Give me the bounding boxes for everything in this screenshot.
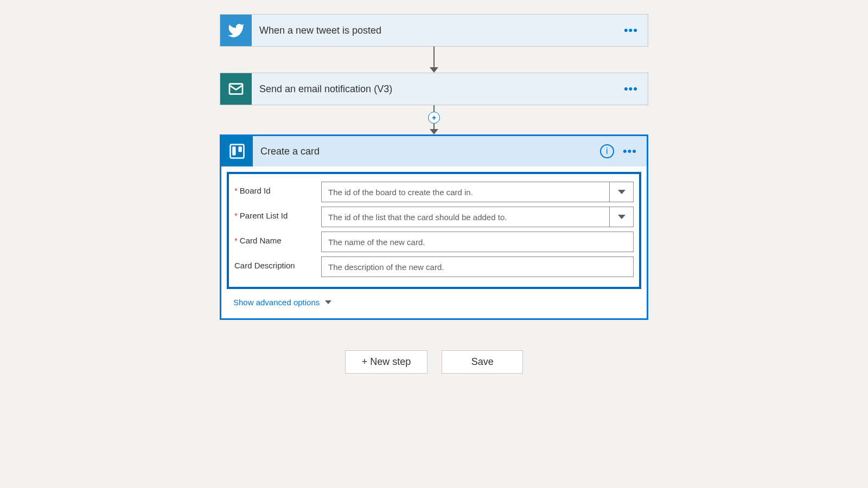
step-action2-title: Create a card — [253, 146, 600, 157]
svg-rect-3 — [239, 146, 242, 152]
field-board-id: *Board Id — [234, 182, 634, 202]
board-id-input-wrap[interactable] — [321, 182, 634, 202]
card-desc-input[interactable] — [322, 257, 633, 277]
step-trigger-card[interactable]: When a new tweet is posted ••• — [220, 14, 648, 47]
mail-icon — [220, 73, 252, 105]
field-label: *Parent List Id — [234, 207, 321, 227]
step-action2-header[interactable]: Create a card i ••• — [221, 136, 647, 166]
chevron-down-icon[interactable] — [609, 182, 633, 202]
info-icon[interactable]: i — [600, 144, 614, 158]
show-advanced-link[interactable]: Show advanced options — [233, 298, 331, 307]
step-action1-title: Send an email notification (V3) — [252, 84, 624, 95]
parent-list-input[interactable] — [322, 207, 609, 227]
chevron-down-icon[interactable] — [609, 207, 633, 227]
field-parent-list: *Parent List Id — [234, 207, 634, 227]
card-desc-input-wrap[interactable] — [321, 256, 634, 277]
chevron-down-icon — [325, 300, 331, 304]
more-icon[interactable]: ••• — [624, 83, 638, 95]
more-icon[interactable]: ••• — [623, 145, 637, 157]
arrow-connector-plus: + — [430, 105, 438, 134]
step-trigger-title: When a new tweet is posted — [252, 25, 624, 36]
field-label: Card Description — [234, 256, 321, 277]
step-action1-card[interactable]: Send an email notification (V3) ••• — [220, 73, 648, 105]
field-card-name: *Card Name — [234, 232, 634, 252]
more-icon[interactable]: ••• — [624, 24, 638, 36]
new-step-button[interactable]: + New step — [345, 350, 428, 374]
parent-list-input-wrap[interactable] — [321, 207, 634, 227]
fields-highlight: *Board Id *Parent List Id *Card Name — [227, 172, 641, 289]
save-button[interactable]: Save — [442, 350, 523, 374]
card-name-input[interactable] — [322, 232, 633, 252]
card-name-input-wrap[interactable] — [321, 232, 634, 252]
twitter-icon — [220, 15, 252, 46]
svg-rect-2 — [232, 146, 235, 155]
arrow-connector — [430, 47, 438, 73]
field-card-description: Card Description — [234, 256, 634, 277]
board-id-input[interactable] — [322, 182, 609, 202]
step-action2-card: Create a card i ••• *Board Id *Parent Li… — [220, 134, 648, 320]
field-label: *Card Name — [234, 232, 321, 252]
footer-actions: + New step Save — [345, 350, 524, 374]
field-label: *Board Id — [234, 182, 321, 202]
trello-icon — [221, 136, 253, 166]
add-step-icon[interactable]: + — [428, 112, 440, 124]
